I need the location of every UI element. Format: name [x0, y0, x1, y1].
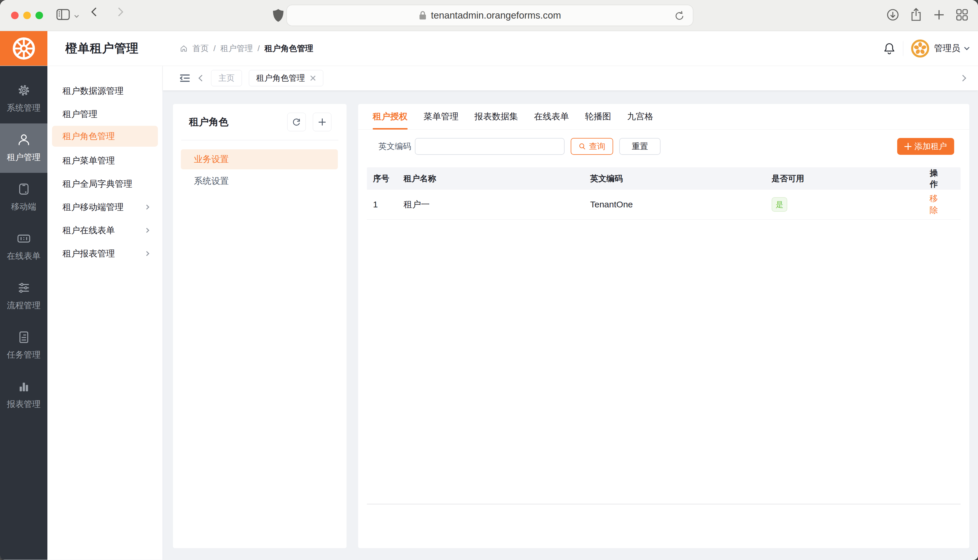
cell-code: TenantOne [584, 200, 766, 209]
menu-item-tenant-menu[interactable]: 租户菜单管理 [47, 149, 162, 172]
cell-name: 租户一 [398, 199, 584, 211]
query-button[interactable]: 查询 [571, 138, 613, 155]
sidebar-item-mobile[interactable]: 移动端 [0, 173, 47, 222]
tab-scroll-left-icon[interactable] [199, 75, 205, 81]
breadcrumb-home[interactable]: 首页 [192, 43, 209, 54]
sidebar-menu-chevron-icon[interactable] [74, 13, 79, 18]
divider [181, 140, 338, 140]
gear-icon [17, 83, 30, 97]
role-item-system[interactable]: 系统设置 [181, 171, 338, 191]
add-role-button[interactable] [313, 113, 331, 131]
refresh-icon [292, 117, 301, 127]
back-button[interactable] [92, 9, 99, 15]
role-panel: 租户角色 业务设置 [173, 104, 346, 548]
sidebar-item-online-form[interactable]: 在线表单 [0, 222, 47, 272]
cell-actions: 移除 [917, 193, 961, 216]
menu-item-tenant-dict[interactable]: 租户全局字典管理 [47, 172, 162, 195]
tab-grid-nine[interactable]: 九宫格 [627, 104, 653, 130]
privacy-shield-icon[interactable] [272, 8, 284, 23]
zoom-window-button[interactable] [35, 12, 43, 19]
menu-item-tenant-role[interactable]: 租户角色管理 [52, 126, 158, 147]
address-bar[interactable]: tenantadmin.orangeforms.com [286, 5, 694, 26]
notification-bell-icon[interactable] [883, 42, 895, 55]
minimize-window-button[interactable] [23, 12, 31, 19]
remove-link[interactable]: 移除 [930, 194, 938, 215]
table-row: 1 租户一 TenantOne 是 移除 [367, 190, 961, 220]
task-icon [17, 330, 30, 344]
search-icon [578, 143, 586, 150]
detail-tabs: 租户授权 菜单管理 报表数据集 在线表单 轮播图 九宫格 [358, 104, 969, 130]
menu-fold-icon[interactable] [179, 73, 191, 83]
page-tabbar: 主页 租户角色管理 [163, 66, 978, 90]
breadcrumb-separator: / [213, 44, 216, 53]
sidebar-item-report[interactable]: 报表管理 [0, 370, 47, 420]
col-actions: 操作 [917, 168, 961, 190]
app-header: 橙单租户管理 首页 / 租户管理 / 租户角色管理 [0, 31, 978, 66]
tab-home[interactable]: 主页 [211, 70, 242, 86]
secondary-menu: 租户数据源管理 租户管理 租户角色管理 租户菜单管理 租户全局字典管理 租户移动… [47, 66, 163, 560]
chevron-right-icon [144, 251, 149, 256]
refresh-button[interactable] [287, 113, 306, 131]
forward-button[interactable] [116, 9, 122, 15]
breadcrumb-section[interactable]: 租户管理 [221, 43, 253, 54]
table-bottom-divider [367, 503, 961, 505]
primary-sidebar: 系统管理 租户管理 移动端 [0, 66, 47, 560]
close-window-button[interactable] [11, 12, 18, 19]
cell-index: 1 [367, 200, 398, 209]
page-title: 橙单租户管理 [65, 31, 139, 66]
chevron-down-icon [964, 45, 969, 50]
tab-menu-mgmt[interactable]: 菜单管理 [424, 104, 458, 130]
share-icon[interactable] [909, 8, 923, 22]
tab-tenant-role[interactable]: 租户角色管理 [249, 70, 323, 86]
new-tab-icon[interactable] [933, 8, 945, 22]
menu-item-tenant-mobile[interactable]: 租户移动端管理 [47, 195, 162, 219]
url-text: tenantadmin.orangeforms.com [431, 10, 561, 21]
header-divider [903, 41, 903, 56]
tab-tenant-auth[interactable]: 租户授权 [373, 104, 408, 130]
downloads-icon[interactable] [886, 8, 899, 22]
role-panel-title: 租户角色 [189, 115, 287, 129]
english-code-input[interactable] [415, 138, 565, 155]
menu-item-tenant-admin[interactable]: 租户管理 [47, 103, 162, 126]
table-header: 序号 租户名称 英文编码 是否可用 操作 [367, 167, 961, 190]
tenant-table: 序号 租户名称 英文编码 是否可用 操作 1 租户一 TenantOne 是 [367, 167, 961, 220]
main-area: 主页 租户角色管理 租户角色 [163, 66, 978, 560]
plus-icon [904, 143, 911, 150]
app-logo[interactable] [0, 31, 47, 66]
content-area: 租户角色 业务设置 [163, 90, 978, 560]
traffic-lights [11, 12, 43, 19]
close-tab-icon[interactable] [309, 75, 316, 81]
menu-item-tenant-report[interactable]: 租户报表管理 [47, 242, 162, 265]
breadcrumb: 首页 / 租户管理 / 租户角色管理 [180, 31, 313, 66]
tab-overview-icon[interactable] [955, 8, 969, 22]
user-menu[interactable]: 管理员 [911, 39, 969, 58]
tab-carousel[interactable]: 轮播图 [585, 104, 611, 130]
app-root: 橙单租户管理 首页 / 租户管理 / 租户角色管理 [0, 31, 978, 560]
menu-item-tenant-datasource[interactable]: 租户数据源管理 [47, 79, 162, 103]
tab-scroll-right-icon[interactable] [960, 75, 966, 81]
chevron-right-icon [144, 228, 149, 233]
chevron-right-icon [144, 205, 149, 210]
sidebar-item-tenant[interactable]: 租户管理 [0, 123, 47, 173]
reload-icon[interactable] [674, 10, 685, 22]
role-item-business[interactable]: 业务设置 [181, 149, 338, 169]
sidebar-item-system[interactable]: 系统管理 [0, 74, 47, 123]
sidebar-item-task[interactable]: 任务管理 [0, 321, 47, 370]
breadcrumb-current: 租户角色管理 [264, 43, 313, 54]
tab-report-dataset[interactable]: 报表数据集 [475, 104, 518, 130]
tab-online-form[interactable]: 在线表单 [534, 104, 569, 130]
menu-item-tenant-online-form[interactable]: 租户在线表单 [47, 219, 162, 242]
sidebar-item-workflow[interactable]: 流程管理 [0, 272, 47, 321]
orange-wheel-icon [10, 35, 37, 62]
reset-button[interactable]: 重置 [619, 138, 660, 155]
col-code: 英文编码 [584, 173, 766, 184]
add-tenant-button[interactable]: 添加租户 [897, 138, 954, 155]
status-badge: 是 [772, 197, 787, 212]
cell-enabled: 是 [766, 197, 917, 212]
toolbar-right-icons [886, 8, 969, 22]
plus-icon [319, 118, 326, 125]
mobile-icon [17, 182, 30, 196]
sidebar-toggle-icon[interactable] [56, 8, 70, 21]
browser-window: tenantadmin.orangeforms.com [0, 0, 978, 560]
lock-icon [419, 10, 427, 20]
